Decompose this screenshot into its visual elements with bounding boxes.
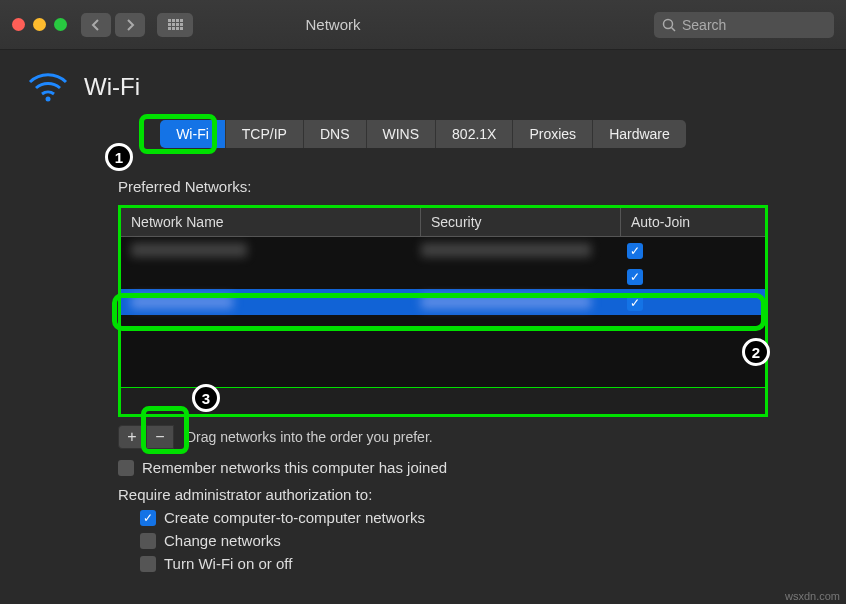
admin-change-checkbox[interactable] — [140, 533, 156, 549]
autojoin-checkbox[interactable]: ✓ — [627, 269, 643, 285]
annotation-badge-1: 1 — [105, 143, 133, 171]
table-body: ✓ ✓ ✓ — [121, 237, 765, 387]
column-network-name[interactable]: Network Name — [121, 208, 421, 236]
admin-change-label: Change networks — [164, 532, 281, 549]
network-name-redacted — [131, 243, 247, 257]
remember-checkbox[interactable] — [118, 460, 134, 476]
show-all-button[interactable] — [157, 13, 193, 37]
svg-point-0 — [664, 19, 673, 28]
table-header: Network Name Security Auto-Join — [121, 208, 765, 237]
drag-hint: Drag networks into the order you prefer. — [186, 429, 433, 445]
admin-toggle-checkbox[interactable] — [140, 556, 156, 572]
preferred-networks-table: Network Name Security Auto-Join ✓ ✓ — [118, 205, 768, 387]
close-icon[interactable] — [12, 18, 25, 31]
column-auto-join[interactable]: Auto-Join — [621, 208, 765, 236]
annotation-badge-2: 2 — [742, 338, 770, 366]
admin-create-checkbox[interactable]: ✓ — [140, 510, 156, 526]
table-row-selected[interactable]: ✓ — [121, 289, 765, 315]
column-security[interactable]: Security — [421, 208, 621, 236]
annotation-badge-3: 3 — [192, 384, 220, 412]
tab-wifi[interactable]: Wi-Fi — [160, 120, 226, 148]
forward-button[interactable] — [115, 13, 145, 37]
table-row[interactable]: ✓ — [121, 237, 765, 263]
chevron-left-icon — [91, 19, 101, 31]
security-redacted — [421, 243, 591, 257]
admin-toggle-label: Turn Wi-Fi on or off — [164, 555, 292, 572]
svg-point-2 — [46, 97, 51, 102]
chevron-right-icon — [125, 19, 135, 31]
tab-tcpip[interactable]: TCP/IP — [226, 120, 304, 148]
autojoin-checkbox[interactable]: ✓ — [627, 243, 643, 259]
tab-bar: Wi-Fi TCP/IP DNS WINS 802.1X Proxies Har… — [28, 120, 818, 148]
add-network-button[interactable]: + — [118, 425, 146, 449]
admin-auth-label: Require administrator authorization to: — [118, 486, 738, 503]
zoom-icon[interactable] — [54, 18, 67, 31]
security-redacted — [421, 295, 591, 309]
remember-label: Remember networks this computer has join… — [142, 459, 447, 476]
titlebar: Network Search — [0, 0, 846, 50]
remove-network-button[interactable]: − — [146, 425, 174, 449]
traffic-lights — [12, 18, 67, 31]
page-heading: Wi-Fi — [28, 72, 818, 102]
grid-icon — [168, 19, 183, 30]
table-row[interactable]: ✓ — [121, 263, 765, 289]
back-button[interactable] — [81, 13, 111, 37]
tab-hardware[interactable]: Hardware — [593, 120, 686, 148]
admin-create-label: Create computer-to-computer networks — [164, 509, 425, 526]
page-title: Wi-Fi — [84, 73, 140, 101]
watermark: wsxdn.com — [785, 590, 840, 602]
tab-proxies[interactable]: Proxies — [513, 120, 593, 148]
search-icon — [662, 18, 676, 32]
svg-line-1 — [672, 27, 676, 31]
preferred-networks-label: Preferred Networks: — [118, 178, 738, 195]
minimize-icon[interactable] — [33, 18, 46, 31]
network-name-redacted — [131, 295, 233, 309]
search-placeholder: Search — [682, 17, 726, 33]
tab-8021x[interactable]: 802.1X — [436, 120, 513, 148]
search-input[interactable]: Search — [654, 12, 834, 38]
wifi-icon — [28, 72, 68, 102]
autojoin-checkbox[interactable]: ✓ — [627, 295, 643, 311]
tab-wins[interactable]: WINS — [367, 120, 437, 148]
tab-dns[interactable]: DNS — [304, 120, 367, 148]
